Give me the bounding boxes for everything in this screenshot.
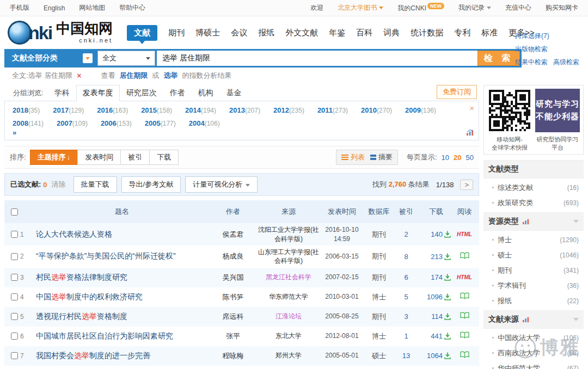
close-panel-icon[interactable]: × [469, 103, 474, 113]
cited-count-link[interactable]: 13 [402, 352, 410, 360]
year-link[interactable]: 2007(109) [57, 119, 88, 127]
filter-item[interactable]: 中国政法大学(106) [483, 330, 584, 346]
nav-tab[interactable]: 词典 [383, 28, 400, 38]
visual-analysis-button[interactable]: 计量可视化分析 [185, 176, 258, 193]
download-link[interactable]: 441 [418, 330, 454, 342]
group-tab[interactable]: 学科 [48, 85, 76, 101]
filter-item[interactable]: 政策研究类(693) [483, 195, 584, 211]
my-records-menu[interactable]: 我的记录 [458, 3, 491, 13]
year-link[interactable]: 2012(235) [273, 106, 304, 114]
year-link[interactable]: 2005(177) [145, 119, 176, 127]
remove-query-icon[interactable]: × [77, 71, 81, 80]
read-book-icon[interactable] [460, 331, 469, 339]
nav-tab[interactable]: 期刊 [168, 28, 185, 38]
nav-tab[interactable]: 报纸 [258, 28, 274, 38]
row-checkbox[interactable] [11, 274, 18, 281]
sort-option-button[interactable]: 主题排序↓ [30, 150, 78, 165]
trend-chart-icon[interactable] [522, 316, 530, 323]
author-link[interactable]: 吴兴国 [223, 273, 244, 281]
group-tab[interactable]: 机构 [192, 85, 220, 101]
filter-item[interactable]: 西南政法大学(68) [483, 346, 584, 361]
field-select[interactable]: 全文 [97, 51, 155, 66]
row-checkbox[interactable] [11, 313, 18, 320]
batch-download-button[interactable]: 批量下载 [74, 176, 117, 193]
year-link[interactable]: 2009(136) [405, 106, 436, 114]
account-menu[interactable]: 北京大学图书 [338, 3, 383, 13]
row-checkbox[interactable] [11, 333, 18, 340]
html-read-link[interactable]: HTML [457, 274, 472, 280]
nav-tab[interactable]: 百科 [356, 28, 372, 38]
document-title-link[interactable]: 中国城市居民社区自治行为影响因素研究 [36, 331, 173, 340]
trend-chart-icon[interactable] [466, 129, 474, 138]
year-link[interactable]: 2017(129) [53, 106, 84, 114]
row-checkbox[interactable] [11, 253, 18, 260]
free-subscribe-button[interactable]: 免费订阅 [437, 85, 477, 99]
cited-count-link[interactable]: 2 [404, 230, 408, 238]
search-input[interactable] [157, 51, 477, 66]
search-in-results-link[interactable]: 结果中检索 [515, 56, 548, 69]
nav-tab[interactable]: 文献 [127, 25, 157, 41]
export-references-button[interactable]: 导出/参考文献 [121, 176, 181, 193]
cited-count-link[interactable]: 6 [404, 273, 408, 281]
advanced-search-link[interactable]: 高级检索 [553, 56, 579, 69]
nav-tab[interactable]: 标准 [481, 28, 498, 38]
source-link[interactable]: 江淮论坛 [275, 312, 302, 321]
nav-tab[interactable]: 会议 [231, 28, 247, 38]
row-checkbox[interactable] [11, 352, 18, 359]
topbar-link[interactable]: English [44, 4, 65, 12]
author-link[interactable]: 张平 [226, 332, 240, 340]
read-book-icon[interactable] [460, 252, 469, 259]
clear-selection-button[interactable]: 清除 [52, 180, 66, 189]
read-book-icon[interactable] [460, 351, 469, 358]
search-button[interactable]: 检 索 [477, 51, 520, 66]
buy-card-link[interactable]: 购买知网卡 [546, 3, 578, 13]
author-link[interactable]: 陈书笋 [223, 293, 244, 301]
recharge-link[interactable]: 充值中心 [505, 3, 531, 13]
row-checkbox[interactable] [11, 231, 18, 238]
year-link[interactable]: 2006(153) [101, 119, 132, 127]
download-link[interactable]: 114 [418, 310, 454, 323]
abstract-view-toggle[interactable]: 摘要 [370, 152, 393, 162]
source-link[interactable]: 郑州大学 [275, 351, 302, 360]
year-link[interactable]: 2011(273) [317, 106, 348, 114]
sort-option-button[interactable]: 被引↓ [120, 150, 150, 165]
topbar-link[interactable]: 手机版 [10, 3, 29, 13]
filter-item[interactable]: 华中师范大学(67) [483, 361, 584, 369]
cited-count-link[interactable]: 1 [404, 332, 408, 340]
read-book-icon[interactable] [460, 312, 469, 319]
nav-tab[interactable]: 统计数据 [411, 28, 443, 38]
year-link[interactable]: 2016(163) [97, 106, 128, 114]
source-link[interactable]: 华东师范大学 [269, 292, 308, 301]
collapse-chevron-icon[interactable] [573, 220, 579, 223]
html-read-link[interactable]: HTML [457, 231, 472, 237]
index-analysis-link-1[interactable]: 居住期限 [119, 71, 148, 81]
filter-item[interactable]: 报纸(22) [483, 293, 584, 309]
year-link[interactable]: 2013(207) [229, 106, 260, 114]
sort-option-button[interactable]: 下载↓ [149, 150, 179, 165]
category-dropdown[interactable]: 文献全部分类 [4, 49, 96, 67]
source-link[interactable]: 黑龙江社会科学 [266, 273, 311, 281]
my-cnki-link[interactable]: 我的CNKINEW [397, 3, 444, 13]
read-book-icon[interactable] [460, 292, 469, 299]
nav-tab[interactable]: 专利 [454, 28, 470, 38]
filter-item[interactable]: 综述类文献(16) [483, 180, 584, 195]
download-link[interactable]: 174 [418, 271, 454, 284]
source-link[interactable]: 山东理工大学学报(社会科学版) [258, 248, 319, 265]
next-page-button[interactable]: > [460, 180, 473, 190]
year-link[interactable]: 2004(106) [189, 119, 220, 127]
cited-count-link[interactable]: 8 [404, 253, 408, 261]
per-page-option[interactable]: 50 [466, 153, 474, 162]
document-title-link[interactable]: 村民选举资格法律制度研究 [36, 273, 127, 281]
download-link[interactable]: 213 [418, 250, 454, 263]
group-tab[interactable]: 研究层次 [120, 85, 163, 101]
row-checkbox[interactable] [11, 293, 18, 300]
cited-count-link[interactable]: 5 [404, 293, 408, 301]
group-tab[interactable]: 基金 [220, 85, 248, 101]
year-link[interactable]: 2018(35) [13, 106, 40, 114]
filter-item[interactable]: 硕士(1046) [483, 248, 584, 263]
list-view-toggle[interactable]: 列表 [341, 152, 365, 162]
more-years-link[interactable]: » [13, 128, 16, 137]
sort-option-button[interactable]: 发表时间↓ [77, 150, 121, 165]
author-link[interactable]: 程咏梅 [223, 352, 244, 360]
document-title-link[interactable]: 我国村委会选举制度的进一步完善 [36, 351, 150, 360]
